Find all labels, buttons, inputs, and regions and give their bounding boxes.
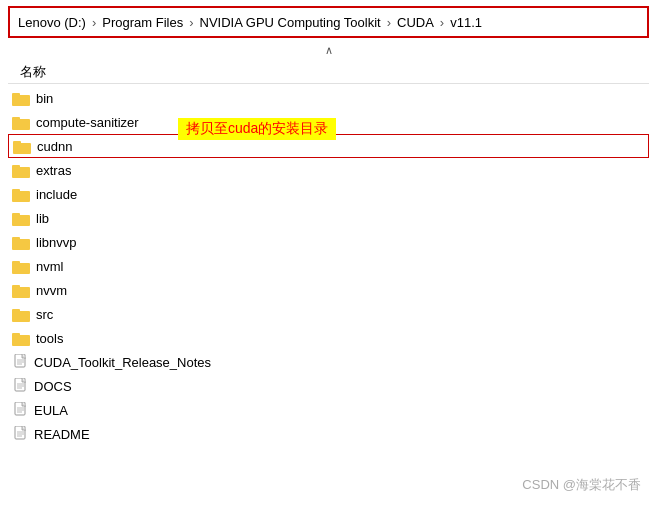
document-icon — [14, 426, 28, 442]
file-eula-label: EULA — [34, 403, 68, 418]
svg-rect-21 — [12, 333, 20, 337]
folder-extras-label: extras — [36, 163, 71, 178]
folder-lib-label: lib — [36, 211, 49, 226]
folder-icon — [12, 91, 30, 106]
file-cuda-release-notes-label: CUDA_Toolkit_Release_Notes — [34, 355, 211, 370]
folder-include-label: include — [36, 187, 77, 202]
document-icon — [14, 402, 28, 418]
svg-rect-9 — [12, 189, 20, 193]
folder-tools-label: tools — [36, 331, 63, 346]
folder-icon — [12, 211, 30, 226]
folder-lib[interactable]: lib — [8, 206, 649, 230]
address-sep-3: › — [387, 15, 391, 30]
file-docs[interactable]: DOCS — [8, 374, 649, 398]
folder-icon — [12, 187, 30, 202]
svg-rect-13 — [12, 237, 20, 241]
folder-icon — [12, 283, 30, 298]
folder-icon — [12, 307, 30, 322]
folder-extras[interactable]: extras — [8, 158, 649, 182]
folder-libnvvp[interactable]: libnvvp — [8, 230, 649, 254]
folder-icon — [12, 115, 30, 130]
folder-tools[interactable]: tools — [8, 326, 649, 350]
address-segment-drive: Lenovo (D:) — [18, 15, 86, 30]
folder-icon — [12, 235, 30, 250]
document-icon — [14, 354, 28, 370]
folder-src-label: src — [36, 307, 53, 322]
address-segment-cuda: CUDA — [397, 15, 434, 30]
watermark: CSDN @海棠花不香 — [522, 476, 641, 494]
svg-rect-19 — [12, 309, 20, 313]
file-explorer-window: Lenovo (D:) › Program Files › NVIDIA GPU… — [0, 0, 657, 506]
column-header-name: 名称 — [8, 59, 649, 84]
chevron-up-icon: ∧ — [0, 42, 657, 59]
file-list: bin compute-sanitizer cudnn — [0, 84, 657, 506]
folder-icon — [12, 259, 30, 274]
address-sep-2: › — [189, 15, 193, 30]
file-cuda-release-notes[interactable]: CUDA_Toolkit_Release_Notes — [8, 350, 649, 374]
address-segment-version: v11.1 — [450, 15, 482, 30]
address-segment-nvidia: NVIDIA GPU Computing Toolkit — [200, 15, 381, 30]
folder-icon — [12, 331, 30, 346]
file-readme[interactable]: README — [8, 422, 649, 446]
folder-nvvm[interactable]: nvvm — [8, 278, 649, 302]
svg-rect-3 — [12, 117, 20, 121]
folder-icon — [13, 139, 31, 154]
address-segment-programfiles: Program Files — [102, 15, 183, 30]
folder-include[interactable]: include — [8, 182, 649, 206]
folder-nvvm-label: nvvm — [36, 283, 67, 298]
folder-libnvvp-label: libnvvp — [36, 235, 76, 250]
svg-rect-7 — [12, 165, 20, 169]
callout-annotation: 拷贝至cuda的安装目录 — [178, 118, 336, 140]
folder-icon — [12, 163, 30, 178]
svg-rect-17 — [12, 285, 20, 289]
folder-compute-sanitizer-label: compute-sanitizer — [36, 115, 139, 130]
file-eula[interactable]: EULA — [8, 398, 649, 422]
folder-bin-label: bin — [36, 91, 53, 106]
document-icon — [14, 378, 28, 394]
svg-rect-11 — [12, 213, 20, 217]
svg-rect-1 — [12, 93, 20, 97]
svg-rect-5 — [13, 141, 21, 145]
svg-rect-15 — [12, 261, 20, 265]
folder-src[interactable]: src — [8, 302, 649, 326]
address-bar[interactable]: Lenovo (D:) › Program Files › NVIDIA GPU… — [8, 6, 649, 38]
address-sep-1: › — [92, 15, 96, 30]
file-docs-label: DOCS — [34, 379, 72, 394]
folder-bin[interactable]: bin — [8, 86, 649, 110]
address-sep-4: › — [440, 15, 444, 30]
folder-cudnn-label: cudnn — [37, 139, 72, 154]
folder-nvml[interactable]: nvml — [8, 254, 649, 278]
file-readme-label: README — [34, 427, 90, 442]
folder-nvml-label: nvml — [36, 259, 63, 274]
